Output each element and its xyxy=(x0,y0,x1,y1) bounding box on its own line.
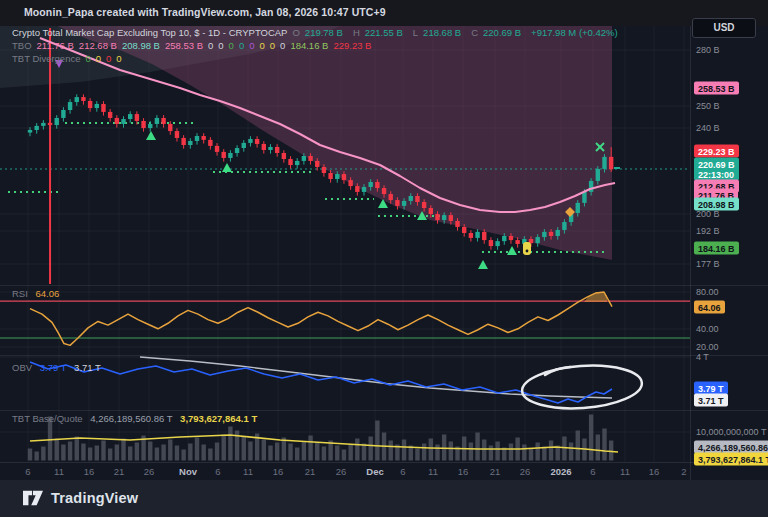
rsi-label: RSI xyxy=(12,288,28,299)
ohlc-value: H221.55 B xyxy=(353,27,408,38)
pane-separator[interactable] xyxy=(0,285,768,286)
legend-value: 0 xyxy=(239,40,244,51)
time-axis-tick: 21 xyxy=(490,466,501,477)
legend-value: 0 xyxy=(218,40,223,51)
volume-label: TBT Base/Quote xyxy=(12,413,83,424)
volume-value-2: 3,793,627,864.1 T xyxy=(180,413,257,424)
legend-value: 0 xyxy=(280,40,285,51)
time-axis-tick: 26 xyxy=(336,466,347,477)
legend-value: 0 xyxy=(208,40,213,51)
ohlc-value: L218.68 B xyxy=(413,27,466,38)
legend-value: 0 xyxy=(116,53,121,64)
ohlc-value: O219.78 B xyxy=(292,27,347,38)
legend-value: 0 xyxy=(259,40,264,51)
legend-value: 212.68 B xyxy=(79,40,117,51)
change-value: +917.98 M (+0.42%) xyxy=(531,27,618,38)
tbo-legend-row[interactable]: TBO211.76 B212.68 B208.98 B258.53 B00000… xyxy=(12,40,381,51)
legend-value: 184.16 B xyxy=(290,40,328,51)
time-axis-tick: 16 xyxy=(649,466,660,477)
price-axis-badge: 64.06 xyxy=(694,301,725,314)
legend-value: 208.98 B xyxy=(122,40,160,51)
symbol-legend-row[interactable]: Crypto Total Market Cap Excluding Top 10… xyxy=(12,27,628,38)
price-axis-badge: 258.53 B xyxy=(694,82,739,95)
legend-value: 0 xyxy=(229,40,234,51)
price-axis-badge: 3.71 T xyxy=(694,394,728,407)
price-axis-label: 200 B xyxy=(696,209,720,219)
obv-value-2: 3.71 T xyxy=(74,362,101,373)
legend-value: 0 xyxy=(249,40,254,51)
symbol-title: Crypto Total Market Cap Excluding Top 10… xyxy=(12,27,287,38)
price-axis-label: 20.00 xyxy=(696,342,719,352)
time-axis-tick: 16 xyxy=(458,466,469,477)
legend-value: 211.76 B xyxy=(37,40,74,51)
time-axis-tick: Dec xyxy=(366,466,383,477)
time-axis-tick: 6 xyxy=(25,466,30,477)
pane-separator[interactable] xyxy=(0,410,768,411)
watermark-text: Moonin_Papa created with TradingView.com… xyxy=(24,6,386,18)
price-axis-label: 40.00 xyxy=(696,324,719,334)
volume-legend-row[interactable]: TBT Base/Quote 4,266,189,560.86 T 3,793,… xyxy=(12,413,262,424)
price-axis-label: 250 B xyxy=(696,101,720,111)
time-axis-tick: 6 xyxy=(400,466,405,477)
time-axis-tick: 6 xyxy=(215,466,220,477)
obv-legend-row[interactable]: OBV 3.79 T 3.71 T xyxy=(12,362,106,373)
time-axis-tick: 26 xyxy=(520,466,531,477)
time-axis-tick: 11 xyxy=(243,466,253,477)
price-axis-badge: 208.98 B xyxy=(694,198,739,211)
rsi-value: 64.06 xyxy=(35,288,59,299)
currency-toggle-button[interactable]: USD xyxy=(692,18,756,38)
time-axis-tick: 11 xyxy=(620,466,630,477)
price-axis-badge: 220.69 B22:13:00 xyxy=(694,158,739,181)
time-axis-tick: 21 xyxy=(114,466,125,477)
time-axis-tick: 2026 xyxy=(550,466,571,477)
tradingview-chart-window: Moonin_Papa created with TradingView.com… xyxy=(0,0,768,517)
price-axis-label: 280 B xyxy=(696,45,720,55)
bottom-toolbar: TradingView xyxy=(0,480,768,517)
tradingview-logo-icon xyxy=(22,488,44,508)
time-axis-tick: 21 xyxy=(305,466,316,477)
watermark-bar: Moonin_Papa created with TradingView.com… xyxy=(0,0,768,26)
chart-canvas[interactable] xyxy=(0,0,768,517)
legend-value: 0 xyxy=(96,53,101,64)
volume-value-1: 4,266,189,560.86 T xyxy=(90,413,172,424)
legend-value: 258.53 B xyxy=(165,40,203,51)
time-axis[interactable]: 611162126Nov611162126Dec6111621262026611… xyxy=(0,462,768,481)
price-axis-label: 192 B xyxy=(696,226,720,236)
time-axis-tick: 16 xyxy=(273,466,284,477)
price-axis-label: 240 B xyxy=(696,123,720,133)
time-axis-tick: Nov xyxy=(179,466,197,477)
obv-value-1: 3.79 T xyxy=(40,362,67,373)
price-axis[interactable]: 280 B250 B240 B200 B192 B177 B80.0040.00… xyxy=(690,26,768,480)
time-axis-tick: 16 xyxy=(84,466,95,477)
price-axis-label: 10,000,000,000 T xyxy=(696,427,766,437)
obv-label: OBV xyxy=(12,362,32,373)
rsi-legend-row[interactable]: RSI 64.06 xyxy=(12,288,64,299)
price-axis-label: 4 T xyxy=(696,352,709,362)
legend-value: 0 xyxy=(270,40,275,51)
time-axis-tick: 2 xyxy=(681,466,686,477)
time-axis-tick: 11 xyxy=(54,466,64,477)
tbt-divergence-label: TBT Divergence xyxy=(12,53,80,64)
price-axis-label: 80.00 xyxy=(696,287,719,297)
price-axis-label: 177 B xyxy=(696,259,720,269)
tradingview-brand[interactable]: TradingView xyxy=(22,488,138,508)
time-axis-tick: 26 xyxy=(144,466,155,477)
time-axis-tick: 6 xyxy=(590,466,595,477)
tbo-label: TBO xyxy=(12,40,32,51)
price-axis-badge: 184.16 B xyxy=(694,242,739,255)
ohlc-value: C220.69 B xyxy=(471,27,526,38)
legend-value: 0 xyxy=(106,53,111,64)
brand-name: TradingView xyxy=(51,490,138,506)
pane-separator[interactable] xyxy=(0,355,768,356)
legend-value: 0 xyxy=(85,53,90,64)
tbt-divergence-legend-row[interactable]: TBT Divergence0000 xyxy=(12,53,132,64)
time-axis-tick: 11 xyxy=(428,466,438,477)
price-axis-badge: 229.23 B xyxy=(694,145,739,158)
legend-value: 229.23 B xyxy=(333,40,371,51)
